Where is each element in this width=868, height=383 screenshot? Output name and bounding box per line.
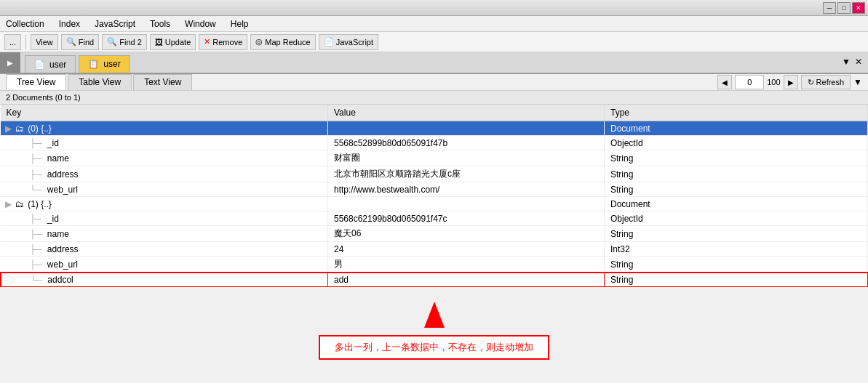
value-cell: 北京市朝阳区京顺路踏光大厦c座 (328, 166, 605, 182)
prev-page-button[interactable]: ◀ (717, 75, 732, 89)
pin-icon[interactable]: ▼ (842, 57, 851, 67)
close-button[interactable]: ✕ (852, 2, 865, 14)
tree-line: ├─ (30, 169, 42, 180)
table-row[interactable]: ├─ address 北京市朝阳区京顺路踏光大厦c座 String (1, 166, 868, 182)
tree-line: └─ (30, 185, 42, 195)
title-bar: ─ □ ✕ (0, 0, 868, 16)
table-row[interactable]: ├─ name 财富圈 String (1, 150, 868, 166)
toolbar-remove[interactable]: ✕ Remove (199, 34, 247, 50)
menu-bar: Collection Index JavaScript Tools Window… (0, 16, 868, 32)
doc-count-bar: 2 Documents (0 to 1) (0, 91, 868, 105)
value-cell (328, 121, 605, 136)
page-number-input[interactable] (735, 75, 764, 89)
tree-line: ├─ (30, 214, 42, 224)
col-type: Type (605, 105, 868, 121)
refresh-button[interactable]: ↻ Refresh (801, 75, 851, 89)
table-row[interactable]: ├─ web_url 男 String (1, 257, 868, 273)
tab-section: ▶ 📄 user 📋 user ▼ ✕ (0, 52, 868, 74)
tree-line: ├─ (30, 153, 42, 164)
tab-user-2[interactable]: 📋 user (79, 55, 130, 73)
col-value: Value (328, 105, 605, 121)
table-row[interactable]: ├─ _id 5568c52899b80d065091f47b ObjectId (1, 136, 868, 150)
menu-collection[interactable]: Collection (3, 17, 47, 31)
maximize-button[interactable]: □ (837, 2, 851, 14)
table-row[interactable]: ├─ name 魔天06 String (1, 226, 868, 242)
annotation-text: 多出一列，上一条数据中，不存在，则走动增加 (335, 342, 533, 352)
header-row: Key Value Type (1, 105, 868, 121)
tree-line: └─ (30, 275, 42, 285)
tree-line: ├─ (30, 229, 42, 239)
tab-user-1[interactable]: 📄 user (25, 55, 76, 73)
view-tab-tree[interactable]: Tree View (6, 74, 66, 90)
pagination-controls: ◀ 100 ▶ ↻ Refresh ▼ (717, 75, 862, 89)
table-row[interactable]: ▶ 🗂 (0) {..} Document (1, 121, 868, 136)
type-cell: String (605, 182, 868, 197)
key-cell: ├─ _id (1, 211, 328, 226)
js-icon: 📄 (324, 37, 334, 47)
refresh-icon: ↻ (808, 78, 814, 87)
table-row[interactable]: ├─ _id 5568c62199b80d065091f47c ObjectId (1, 211, 868, 226)
toolbar-javascript[interactable]: 📄 JavaScript (319, 34, 378, 50)
find-icon: 🔍 (66, 37, 76, 47)
value-cell (328, 197, 605, 211)
next-page-button[interactable]: ▶ (784, 75, 798, 89)
toolbar-mapreduce[interactable]: ◎ Map Reduce (250, 34, 315, 50)
toolbar-find[interactable]: 🔍 Find (61, 34, 99, 50)
minimize-button[interactable]: ─ (823, 2, 836, 14)
tree-line: ├─ (30, 259, 42, 270)
type-cell: String (605, 226, 868, 242)
table-row[interactable]: └─ web_url http://www.bestwealth.com/ St… (1, 182, 868, 197)
key-cell: ├─ _id (1, 136, 328, 150)
menu-help[interactable]: Help (228, 17, 252, 31)
type-cell: String (605, 150, 868, 166)
document-tabs: 📄 user 📋 user (22, 52, 132, 73)
tab-icon-2: 📋 (88, 59, 99, 69)
menu-tools[interactable]: Tools (147, 17, 173, 31)
tree-line: ├─ (30, 138, 42, 148)
view-bar: Tree View Table View Text View ◀ 100 ▶ ↻… (0, 74, 868, 91)
table-body: ▶ 🗂 (0) {..} Document ├─ _id 5568c52899b… (1, 121, 868, 287)
update-icon: 🖼 (155, 38, 163, 47)
toolbar-ellipsis[interactable]: ... (4, 34, 21, 50)
menu-window[interactable]: Window (182, 17, 219, 31)
table-row[interactable]: ▶ 🗂 (1) {..} Document (1, 197, 868, 211)
close-tab-icon[interactable]: ✕ (855, 57, 862, 67)
main-content: Key Value Type ▶ 🗂 (0) {..} Document ├─ (0, 105, 868, 287)
col-key: Key (1, 105, 328, 121)
mapreduce-icon: ◎ (255, 37, 263, 47)
data-table: Key Value Type ▶ 🗂 (0) {..} Document ├─ (0, 105, 868, 287)
table-row[interactable]: └─ addcol add String (1, 273, 868, 287)
toolbar-sep-1 (25, 35, 26, 49)
type-cell: String (605, 273, 868, 287)
key-cell: └─ web_url (1, 182, 328, 197)
toolbar-view[interactable]: View (31, 34, 58, 50)
value-cell: 24 (328, 242, 605, 257)
toolbar-update[interactable]: 🖼 Update (150, 34, 196, 50)
menu-index[interactable]: Index (56, 17, 83, 31)
doc-count-label: 2 Documents (0 to 1) (6, 93, 81, 102)
type-cell: String (605, 257, 868, 273)
toolbar-find2[interactable]: 🔍 Find 2 (102, 34, 147, 50)
key-cell: ├─ address (1, 166, 328, 182)
table-row[interactable]: ├─ address 24 Int32 (1, 242, 868, 257)
menu-javascript[interactable]: JavaScript (92, 17, 138, 31)
tree-icon: 🗂 (15, 124, 24, 134)
expand-icon[interactable]: ▶ (5, 199, 12, 209)
side-panel-icon: ▶ (0, 52, 20, 73)
value-cell: 魔天06 (328, 226, 605, 242)
view-tab-text[interactable]: Text View (133, 74, 192, 90)
annotation-arrow-group (424, 302, 445, 332)
window-controls: ─ □ ✕ (823, 2, 865, 14)
tab-controls: ▼ ✕ (842, 57, 862, 67)
expand-icon[interactable]: ▶ (5, 124, 12, 134)
key-cell: ├─ name (1, 226, 328, 242)
dropdown-icon[interactable]: ▼ (853, 77, 862, 87)
type-cell: ObjectId (605, 211, 868, 226)
value-cell: 5568c62199b80d065091f47c (328, 211, 605, 226)
view-tab-table[interactable]: Table View (68, 74, 132, 90)
value-cell: add (328, 273, 605, 287)
tab-icon-1: 📄 (34, 60, 45, 70)
key-cell: ├─ name (1, 150, 328, 166)
key-cell: ▶ 🗂 (1) {..} (1, 197, 328, 211)
tree-line: ├─ (30, 244, 42, 254)
